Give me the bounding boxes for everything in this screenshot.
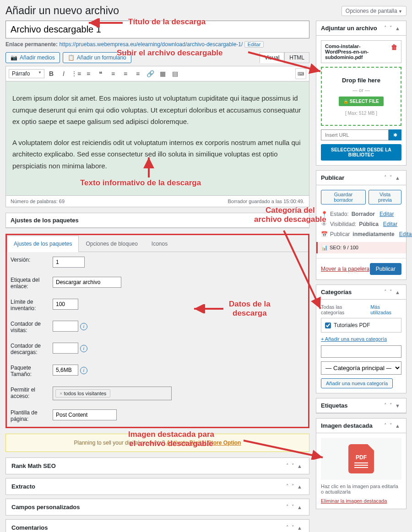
edit-status-link[interactable]: Editar xyxy=(379,211,394,217)
add-media-button[interactable]: 📷Añadir medios xyxy=(5,52,60,63)
publish-title: Publicar xyxy=(321,174,383,181)
select-from-library-button[interactable]: SELECCIONAR DESDE LA BIBLIOTEC xyxy=(321,144,401,161)
remove-featured-link[interactable]: Eliminar la imagen destacada xyxy=(321,498,387,504)
visual-tab[interactable]: Visual xyxy=(260,52,284,63)
downloads-input[interactable] xyxy=(53,343,78,354)
featured-caption: Haz clic en la imagen para editarla o ac… xyxy=(321,484,401,494)
tags-title: Etiquetas xyxy=(321,402,383,409)
url-settings-button[interactable]: ✱ xyxy=(389,129,401,140)
tab-lock-options[interactable]: Opciones de bloqueo xyxy=(79,236,144,252)
move-to-trash-link[interactable]: Mover a la papelera xyxy=(321,266,369,272)
eye-icon: 👁 xyxy=(321,221,327,227)
edit-slug-button[interactable]: Editar xyxy=(244,41,264,48)
camera-icon: 📷 xyxy=(11,54,17,61)
permalink-url[interactable]: https://pruebas.webempresa.eu/elearning/… xyxy=(59,41,243,48)
insert-url-input[interactable] xyxy=(321,129,389,140)
form-icon: 📋 xyxy=(68,54,75,61)
edit-schedule-link[interactable]: Editar xyxy=(399,231,412,237)
views-input[interactable] xyxy=(53,321,78,332)
align-center-icon[interactable]: ≡ xyxy=(120,68,131,79)
link-label-input[interactable] xyxy=(53,277,121,288)
stock-input[interactable] xyxy=(53,299,78,310)
chevron-up-icon[interactable]: ˄ xyxy=(383,25,388,31)
dropzone[interactable]: Drop file here — or — SELECT FILE [ Max:… xyxy=(321,67,401,126)
size-input[interactable] xyxy=(53,365,78,376)
save-draft-button[interactable]: Guardar borrador xyxy=(321,190,366,204)
permalink: Enlace permanente: https://pruebas.webem… xyxy=(5,41,309,48)
italic-icon[interactable]: I xyxy=(58,68,69,79)
bullet-list-icon[interactable]: ⋮≡ xyxy=(70,68,81,79)
trash-icon[interactable]: 🗑 xyxy=(391,43,397,51)
toggle-icon[interactable]: ▲ xyxy=(394,26,401,31)
more-icon[interactable]: ▦ xyxy=(157,68,168,79)
screen-options-button[interactable]: Opciones de pantalla xyxy=(342,6,407,16)
info-icon[interactable]: i xyxy=(80,323,87,330)
access-chip[interactable]: todos los visitantes xyxy=(55,389,110,398)
page-title: Añadir un nuevo archivo xyxy=(5,5,119,17)
all-categories-tab[interactable]: Todas las categorías xyxy=(321,304,366,315)
toggle-icon[interactable]: ▲ xyxy=(296,463,304,469)
categories-title: Categorías xyxy=(321,289,383,296)
calendar-icon: 📅 xyxy=(321,231,327,237)
rank-math-box[interactable]: Rank Math SEO xyxy=(11,462,285,469)
store-notice: Planning to sell your digital products? … xyxy=(5,434,309,452)
select-file-button[interactable]: SELECT FILE xyxy=(339,97,383,106)
tab-icons[interactable]: Iconos xyxy=(145,236,174,252)
info-icon[interactable]: i xyxy=(80,345,87,352)
attached-filename: Como-instalar-WordPress-en-un-subdominio… xyxy=(325,43,388,60)
chevron-down-icon[interactable]: ˅ xyxy=(290,463,296,469)
word-count: Número de palabras: 69 xyxy=(11,199,65,204)
attach-title: Adjuntar un archivo xyxy=(321,25,383,32)
excerpt-box[interactable]: Extracto xyxy=(11,483,285,490)
chevron-down-icon[interactable]: ˅ xyxy=(388,25,394,31)
featured-image[interactable]: PDF xyxy=(321,438,401,480)
version-input[interactable] xyxy=(53,257,85,268)
bold-icon[interactable]: B xyxy=(46,68,57,79)
link-icon[interactable]: 🔗 xyxy=(145,68,156,79)
editor-toolbar: Párrafo B I ⋮≡ ≡ ❝ ≡ ≡ ≡ 🔗 ▦ ▤ ⌨ xyxy=(5,66,309,81)
featured-image-title: Imagen destacada xyxy=(321,422,383,429)
category-checkbox[interactable]: Tutoriales PDF xyxy=(325,322,397,328)
most-used-tab[interactable]: Más utilizadas xyxy=(370,304,401,315)
activate-store-link[interactable]: Activate Digital Store Option xyxy=(167,440,241,446)
align-left-icon[interactable]: ≡ xyxy=(108,68,119,79)
edit-visibility-link[interactable]: Editar xyxy=(383,221,397,227)
keyboard-icon[interactable]: ⌨ xyxy=(295,68,306,79)
add-category-button[interactable]: Añadir una nueva categoría xyxy=(321,378,393,388)
format-select[interactable]: Párrafo xyxy=(9,69,44,78)
parent-category-select[interactable]: — Categoría principal — xyxy=(321,361,401,375)
html-tab[interactable]: HTML xyxy=(284,52,309,63)
chevron-up-icon[interactable]: ˄ xyxy=(285,463,290,469)
quote-icon[interactable]: ❝ xyxy=(95,68,106,79)
package-settings-panel: Ajustes de los paquetes Opciones de bloq… xyxy=(5,234,309,428)
publish-button[interactable]: Publicar xyxy=(370,263,401,275)
tab-package-settings[interactable]: Ajustes de los paquetes xyxy=(7,236,79,252)
template-input[interactable] xyxy=(53,409,117,420)
package-settings-title: Ajustes de los paquetes xyxy=(11,217,304,224)
preview-button[interactable]: Vista previa xyxy=(369,190,401,204)
align-right-icon[interactable]: ≡ xyxy=(132,68,143,79)
numbered-list-icon[interactable]: ≡ xyxy=(83,68,94,79)
seo-score: 📊SEO: 9 / 100 xyxy=(316,242,406,253)
post-title-input[interactable] xyxy=(5,21,309,38)
pdf-icon: PDF xyxy=(356,454,367,461)
save-status: Borrador guardado a las 15:00:49. xyxy=(228,199,304,204)
pin-icon: 📍 xyxy=(321,211,327,217)
custom-fields-box[interactable]: Campos personalizados xyxy=(11,504,285,511)
add-form-button[interactable]: 📋Añadir un formulario xyxy=(63,52,131,63)
comments-box[interactable]: Comentarios xyxy=(11,524,285,531)
toolbar-toggle-icon[interactable]: ▤ xyxy=(169,68,180,79)
info-icon[interactable]: i xyxy=(80,367,87,374)
editor-content[interactable]: Lorem ipsum dolor sit amet. Eos maiores … xyxy=(5,81,309,196)
add-category-link[interactable]: + Añadir una nueva categoría xyxy=(321,336,401,342)
new-category-input[interactable] xyxy=(321,345,401,358)
